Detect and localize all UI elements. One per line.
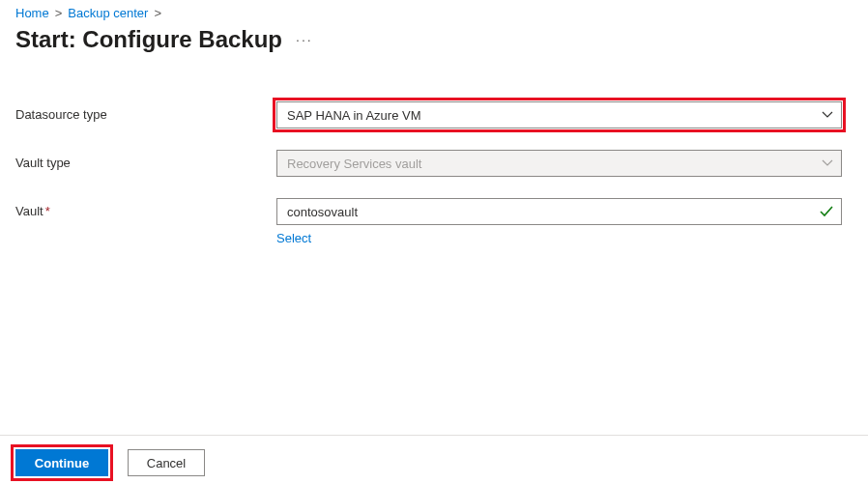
chevron-down-icon	[822, 109, 833, 121]
title-row: Start: Configure Backup ···	[15, 26, 853, 53]
continue-button[interactable]: Continue	[15, 449, 108, 476]
label-datasource-type: Datasource type	[15, 101, 276, 122]
dropdown-value: Recovery Services vault	[287, 157, 421, 171]
form-row-vault-type: Vault type Recovery Services vault	[15, 150, 853, 177]
form-row-datasource-type: Datasource type SAP HANA in Azure VM	[15, 101, 853, 128]
breadcrumb: Home > Backup center >	[15, 6, 853, 20]
highlight-datasource-type: SAP HANA in Azure VM	[276, 101, 842, 128]
more-actions-icon[interactable]: ···	[296, 32, 313, 47]
label-vault: Vault*	[15, 198, 276, 218]
form-row-vault: Vault* contosovault Select	[15, 198, 853, 245]
cancel-button[interactable]: Cancel	[128, 449, 205, 476]
footer: Continue Cancel	[0, 435, 868, 484]
required-indicator: *	[45, 204, 50, 218]
input-vault[interactable]: contosovault	[276, 198, 842, 225]
chevron-down-icon	[822, 157, 833, 169]
dropdown-vault-type: Recovery Services vault	[276, 150, 842, 177]
breadcrumb-backup-center[interactable]: Backup center	[68, 6, 148, 20]
breadcrumb-sep-icon: >	[154, 6, 161, 20]
breadcrumb-sep-icon: >	[55, 6, 63, 20]
dropdown-datasource-type[interactable]: SAP HANA in Azure VM	[276, 101, 842, 128]
checkmark-icon	[820, 205, 833, 218]
dropdown-value: SAP HANA in Azure VM	[287, 108, 421, 123]
page-title: Start: Configure Backup	[15, 26, 282, 53]
input-value: contosovault	[287, 205, 358, 219]
highlight-continue: Continue	[15, 449, 108, 476]
breadcrumb-home[interactable]: Home	[15, 6, 49, 20]
select-vault-link[interactable]: Select	[276, 231, 311, 245]
label-vault-type: Vault type	[15, 150, 276, 170]
